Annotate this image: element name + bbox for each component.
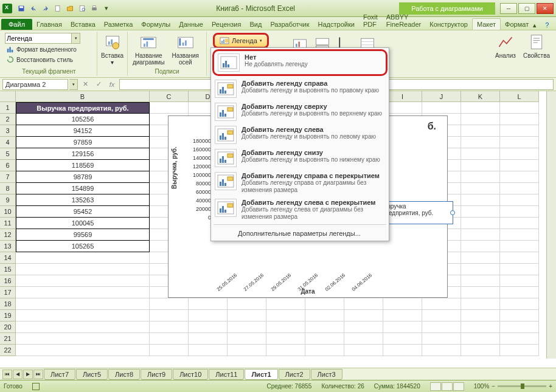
cell[interactable] (461, 322, 500, 333)
cell[interactable] (461, 287, 500, 298)
cell[interactable] (16, 322, 150, 333)
chart-element-dropdown[interactable]: ▾ (72, 33, 80, 44)
tab-data[interactable]: Данные (175, 19, 207, 30)
cell[interactable] (383, 310, 422, 322)
cell[interactable] (422, 333, 461, 345)
row-header[interactable]: 11 (0, 218, 16, 229)
axis-titles-button[interactable]: Названия осей (169, 33, 203, 66)
qat-preview[interactable] (77, 3, 88, 14)
cell[interactable] (461, 218, 500, 229)
reset-style-button[interactable]: Восстановить стиль (5, 55, 80, 64)
cell[interactable] (305, 345, 344, 356)
cell[interactable] (383, 345, 422, 356)
name-box-dropdown[interactable]: ▾ (69, 79, 78, 90)
sheet-nav-next[interactable]: ▶ (23, 370, 33, 379)
sheet-tab[interactable]: Лист1 (245, 369, 277, 380)
cell[interactable] (228, 322, 266, 333)
legend-option[interactable]: Добавить легенду справа с перекрытиемДоб… (211, 170, 389, 196)
cell[interactable] (461, 241, 500, 252)
cell[interactable] (500, 229, 539, 241)
cell[interactable] (461, 333, 500, 345)
sheet-nav-last[interactable]: ⏭ (33, 370, 43, 379)
cell[interactable] (150, 345, 189, 356)
row-header[interactable]: 6 (0, 160, 16, 171)
cell[interactable] (266, 322, 305, 333)
qat-open[interactable] (64, 3, 75, 14)
cell[interactable] (461, 171, 500, 183)
cell[interactable] (500, 298, 539, 310)
cell[interactable] (266, 345, 305, 356)
zoom-level[interactable]: 100% (474, 383, 490, 390)
cell[interactable] (500, 137, 539, 148)
cell[interactable] (461, 310, 500, 322)
enter-formula[interactable]: ✓ (92, 79, 105, 90)
row-header[interactable]: 10 (0, 206, 16, 218)
cell[interactable] (500, 310, 539, 322)
qat-redo[interactable] (40, 3, 51, 14)
legend-option[interactable]: Добавить легенду справаДобавить легенду … (211, 77, 389, 100)
tab-insert[interactable]: Вставка (66, 19, 100, 30)
tab-foxit[interactable]: Foxit PDF (359, 12, 382, 30)
cell[interactable] (500, 125, 539, 137)
cell[interactable] (500, 322, 539, 333)
cell[interactable] (228, 310, 266, 322)
cell[interactable] (500, 218, 539, 229)
cell[interactable] (383, 298, 422, 310)
analysis-button[interactable]: Анализ (493, 33, 518, 59)
row-header[interactable]: 1 (0, 102, 16, 114)
row-header[interactable]: 20 (0, 322, 16, 333)
qat-save[interactable] (16, 3, 27, 14)
format-selection-button[interactable]: Формат выделенного (5, 44, 80, 54)
column-header[interactable]: J (422, 91, 461, 102)
row-header[interactable]: 17 (0, 287, 16, 298)
legend-option[interactable]: НетНе добавлять легенду (212, 49, 387, 76)
sheet-tab[interactable]: Лист3 (311, 369, 342, 380)
name-box[interactable]: Диаграмма 2 (2, 79, 68, 90)
chart-element-input[interactable] (5, 33, 72, 44)
cell[interactable] (422, 310, 461, 322)
close-button[interactable]: ✕ (537, 3, 554, 14)
cell[interactable] (422, 345, 461, 356)
cell[interactable] (500, 194, 539, 206)
cell[interactable] (150, 102, 189, 114)
cell[interactable] (461, 194, 500, 206)
cell[interactable] (500, 275, 539, 287)
sheet-nav-prev[interactable]: ◀ (13, 370, 23, 379)
cell[interactable] (500, 102, 539, 114)
cell[interactable]: 105256 (16, 114, 150, 125)
cell[interactable] (189, 298, 228, 310)
properties-button[interactable]: Свойства (521, 33, 552, 59)
view-page-break[interactable] (453, 382, 464, 391)
cell[interactable] (500, 183, 539, 194)
tab-formulas[interactable]: Формулы (137, 19, 175, 30)
tab-chart-layout[interactable]: Макет (472, 18, 501, 30)
cell[interactable] (150, 310, 189, 322)
legend-option[interactable]: Добавить легенду слева с перекрытиемДоба… (211, 196, 389, 223)
cell[interactable] (344, 345, 383, 356)
cell[interactable] (344, 322, 383, 333)
legend-more-options[interactable]: Дополнительные параметры легенды... (211, 226, 389, 241)
cell[interactable] (383, 322, 422, 333)
legend-option[interactable]: Добавить легенду снизуДобавить легенду и… (211, 146, 389, 170)
cell[interactable] (461, 275, 500, 287)
row-header[interactable]: 8 (0, 183, 16, 194)
cell[interactable] (16, 333, 150, 345)
cell[interactable]: 118569 (16, 160, 150, 171)
column-header[interactable]: K (461, 91, 500, 102)
cell[interactable] (461, 252, 500, 264)
cell[interactable] (16, 345, 150, 356)
cell[interactable] (461, 264, 500, 275)
cell[interactable] (228, 333, 266, 345)
row-header[interactable]: 14 (0, 252, 16, 264)
cell[interactable] (461, 298, 500, 310)
cell[interactable] (500, 241, 539, 252)
tab-review[interactable]: Рецензия (207, 19, 246, 30)
cell[interactable] (461, 206, 500, 218)
row-header[interactable]: 21 (0, 333, 16, 345)
row-header[interactable]: 16 (0, 275, 16, 287)
zoom-out[interactable]: − (492, 383, 495, 390)
cell[interactable]: 100045 (16, 218, 150, 229)
cell[interactable] (500, 287, 539, 298)
sheet-nav-first[interactable]: ⏮ (2, 370, 12, 379)
macro-record-icon[interactable] (32, 383, 40, 390)
